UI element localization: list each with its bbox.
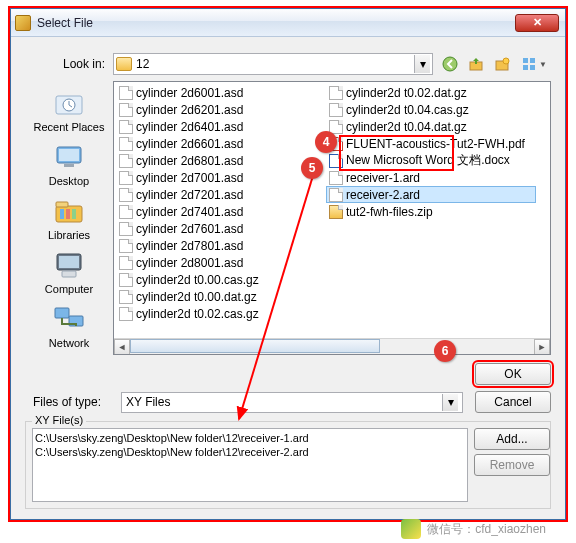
callout-6: 6 bbox=[434, 340, 456, 362]
file-name: cylinder2d t0.02.cas.gz bbox=[136, 307, 259, 321]
file-item[interactable]: tut2-fwh-files.zip bbox=[326, 203, 536, 220]
file-name: cylinder 2d6001.asd bbox=[136, 86, 243, 100]
file-name: cylinder 2d7401.asd bbox=[136, 205, 243, 219]
file-icon bbox=[119, 188, 133, 202]
file-icon bbox=[119, 154, 133, 168]
file-item[interactable]: FLUENT-acoustics-Tut2-FWH.pdf bbox=[326, 135, 536, 152]
file-name: cylinder 2d7201.asd bbox=[136, 188, 243, 202]
file-item[interactable]: cylinder2d t0.00.dat.gz bbox=[116, 288, 326, 305]
xy-file-path[interactable]: C:\Users\sky.zeng\Desktop\New folder\12\… bbox=[35, 445, 465, 459]
callout-5: 5 bbox=[301, 157, 323, 179]
file-list[interactable]: cylinder 2d6001.asdcylinder 2d6201.asdcy… bbox=[113, 81, 551, 355]
file-item[interactable]: cylinder 2d7001.asd bbox=[116, 169, 326, 186]
close-button[interactable]: ✕ bbox=[515, 14, 559, 32]
svg-rect-6 bbox=[523, 65, 528, 70]
file-name: tut2-fwh-files.zip bbox=[346, 205, 433, 219]
views-button[interactable]: ▼ bbox=[517, 53, 551, 75]
file-icon bbox=[119, 171, 133, 185]
files-of-type-combo[interactable]: XY Files ▾ bbox=[121, 392, 463, 413]
file-item[interactable]: cylinder 2d7601.asd bbox=[116, 220, 326, 237]
file-item[interactable]: cylinder2d t0.02.dat.gz bbox=[326, 84, 536, 101]
scroll-thumb[interactable] bbox=[130, 339, 380, 353]
file-icon bbox=[329, 205, 343, 219]
file-icon bbox=[119, 86, 133, 100]
file-icon bbox=[119, 256, 133, 270]
file-name: cylinder2d t0.04.cas.gz bbox=[346, 103, 469, 117]
xy-files-list[interactable]: C:\Users\sky.zeng\Desktop\New folder\12\… bbox=[32, 428, 468, 502]
file-item[interactable]: cylinder 2d7201.asd bbox=[116, 186, 326, 203]
cancel-button[interactable]: Cancel bbox=[475, 391, 551, 413]
file-name: cylinder 2d6201.asd bbox=[136, 103, 243, 117]
file-item[interactable]: cylinder2d t0.04.cas.gz bbox=[326, 101, 536, 118]
file-item[interactable]: receiver-2.ard bbox=[326, 186, 536, 203]
places-network[interactable]: Network bbox=[27, 299, 111, 353]
ok-button[interactable]: OK bbox=[475, 363, 551, 385]
file-name: receiver-2.ard bbox=[346, 188, 420, 202]
file-item[interactable]: cylinder2d t0.00.cas.gz bbox=[116, 271, 326, 288]
file-item[interactable]: cylinder 2d6001.asd bbox=[116, 84, 326, 101]
file-name: cylinder 2d7001.asd bbox=[136, 171, 243, 185]
file-item[interactable]: cylinder 2d6401.asd bbox=[116, 118, 326, 135]
places-computer[interactable]: Computer bbox=[27, 245, 111, 299]
folder-icon bbox=[116, 57, 132, 71]
file-icon bbox=[329, 86, 343, 100]
xy-file-path[interactable]: C:\Users\sky.zeng\Desktop\New folder\12\… bbox=[35, 431, 465, 445]
file-icon bbox=[119, 205, 133, 219]
file-item[interactable]: cylinder 2d7401.asd bbox=[116, 203, 326, 220]
up-one-level-button[interactable] bbox=[465, 53, 487, 75]
libraries-icon bbox=[51, 195, 87, 227]
scroll-left-button[interactable]: ◄ bbox=[114, 339, 130, 355]
lookin-value: 12 bbox=[136, 57, 414, 71]
lookin-label: Look in: bbox=[25, 57, 113, 71]
lookin-combo[interactable]: 12 ▾ bbox=[113, 53, 433, 75]
file-name: cylinder2d t0.00.cas.gz bbox=[136, 273, 259, 287]
svg-rect-19 bbox=[59, 256, 79, 268]
file-item[interactable]: cylinder2d t0.04.dat.gz bbox=[326, 118, 536, 135]
chevron-down-icon[interactable]: ▾ bbox=[414, 55, 430, 73]
file-item[interactable]: cylinder 2d8001.asd bbox=[116, 254, 326, 271]
file-item[interactable]: cylinder 2d6801.asd bbox=[116, 152, 326, 169]
place-label: Recent Places bbox=[34, 121, 105, 133]
chevron-down-icon[interactable]: ▾ bbox=[442, 394, 458, 411]
file-name: cylinder 2d6601.asd bbox=[136, 137, 243, 151]
select-file-dialog: Select File ✕ Look in: 12 ▾ ▼ Recent Pla… bbox=[10, 8, 566, 520]
file-item[interactable]: cylinder 2d6601.asd bbox=[116, 135, 326, 152]
svg-rect-12 bbox=[64, 164, 74, 167]
places-recent[interactable]: Recent Places bbox=[27, 83, 111, 137]
watermark-text: 微信号：cfd_xiaozhen bbox=[427, 521, 546, 538]
xy-files-legend: XY File(s) bbox=[32, 414, 86, 426]
file-name: FLUENT-acoustics-Tut2-FWH.pdf bbox=[346, 137, 525, 151]
file-name: cylinder2d t0.04.dat.gz bbox=[346, 120, 467, 134]
file-item[interactable]: cylinder 2d7801.asd bbox=[116, 237, 326, 254]
back-button[interactable] bbox=[439, 53, 461, 75]
file-name: cylinder 2d7801.asd bbox=[136, 239, 243, 253]
svg-rect-16 bbox=[66, 209, 70, 219]
file-icon bbox=[329, 171, 343, 185]
places-desktop[interactable]: Desktop bbox=[27, 137, 111, 191]
callout-4: 4 bbox=[315, 131, 337, 153]
lookin-row: Look in: 12 ▾ ▼ bbox=[25, 53, 551, 75]
places-libraries[interactable]: Libraries bbox=[27, 191, 111, 245]
file-item[interactable]: receiver-1.ard bbox=[326, 169, 536, 186]
wechat-icon bbox=[401, 519, 421, 539]
svg-rect-7 bbox=[530, 65, 535, 70]
place-label: Computer bbox=[45, 283, 93, 295]
file-icon bbox=[119, 307, 133, 321]
new-folder-button[interactable] bbox=[491, 53, 513, 75]
file-item[interactable]: cylinder 2d6201.asd bbox=[116, 101, 326, 118]
places-bar: Recent Places Desktop Libraries Computer… bbox=[25, 81, 113, 355]
files-of-type-label: Files of type: bbox=[25, 395, 121, 409]
file-name: cylinder 2d7601.asd bbox=[136, 222, 243, 236]
add-button[interactable]: Add... bbox=[474, 428, 550, 450]
place-label: Network bbox=[49, 337, 89, 349]
scroll-right-button[interactable]: ► bbox=[534, 339, 550, 355]
file-item[interactable]: New Microsoft Word 文档.docx bbox=[326, 152, 536, 169]
svg-rect-5 bbox=[530, 58, 535, 63]
file-item[interactable]: cylinder2d t0.02.cas.gz bbox=[116, 305, 326, 322]
place-label: Desktop bbox=[49, 175, 89, 187]
svg-rect-15 bbox=[60, 209, 64, 219]
file-icon bbox=[119, 103, 133, 117]
horizontal-scrollbar[interactable]: ◄ ► bbox=[114, 338, 550, 354]
recent-places-icon bbox=[51, 87, 87, 119]
remove-button[interactable]: Remove bbox=[474, 454, 550, 476]
